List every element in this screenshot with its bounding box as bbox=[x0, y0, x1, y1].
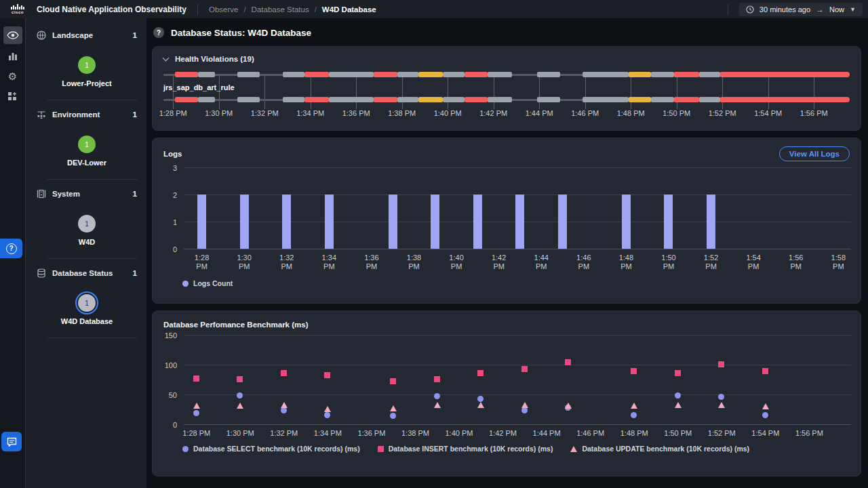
health-violations-timeline: jrs_sap_db_art_rule 1:28 PM1:30 PM1:32 P… bbox=[163, 72, 850, 119]
benchmark-point bbox=[434, 402, 441, 408]
benchmark-point bbox=[762, 412, 768, 418]
tree-section-label: Environment bbox=[52, 110, 100, 119]
arrow-right-icon: → bbox=[816, 5, 824, 14]
node-label: DEV-Lower bbox=[37, 159, 137, 167]
breadcrumb-current: W4D Database bbox=[322, 5, 376, 14]
rail-dashboards-button[interactable] bbox=[3, 87, 22, 105]
top-bar: cisco Cloud Native Application Observabi… bbox=[0, 0, 868, 18]
tree-header-system: System 1 bbox=[37, 189, 137, 199]
benchmark-point bbox=[762, 368, 768, 374]
chat-icon bbox=[7, 437, 17, 447]
rail-metrics-button[interactable] bbox=[3, 47, 22, 64]
benchmark-point bbox=[237, 392, 243, 399]
view-all-logs-button[interactable]: View All Logs bbox=[779, 146, 850, 161]
legend-label: Database UPDATE benchmark (10K records) … bbox=[582, 445, 749, 453]
page-header: ? Database Status: W4D Database bbox=[152, 18, 861, 46]
node-circle-selected[interactable]: 1 bbox=[78, 294, 96, 312]
benchmark-legend: Database SELECT benchmark (10K records) … bbox=[182, 445, 851, 453]
logs-bar bbox=[515, 195, 524, 249]
entity-tree-sidebar: Landscape 1 1 Lower-Project Environment … bbox=[25, 18, 146, 488]
legend-item-insert[interactable]: Database INSERT benchmark (10K records) … bbox=[378, 445, 553, 453]
tree-header-database-status: Database Status 1 bbox=[37, 268, 137, 278]
insert-marker-icon bbox=[378, 446, 384, 452]
update-marker-icon bbox=[570, 446, 577, 452]
help-button[interactable]: ? bbox=[0, 239, 22, 258]
tree-section-database-status: Database Status 1 1 W4D Database bbox=[26, 259, 146, 338]
tree-section-label: Landscape bbox=[52, 31, 93, 39]
logs-chart: 0123 bbox=[163, 168, 851, 249]
tree-header-landscape: Landscape 1 bbox=[37, 30, 137, 40]
benchmark-point bbox=[281, 402, 288, 408]
system-icon bbox=[37, 189, 46, 199]
benchmark-point bbox=[675, 392, 681, 399]
benchmark-title: Database Perfomance Benchmark (ms) bbox=[163, 321, 308, 329]
benchmark-point bbox=[718, 402, 725, 408]
rail-settings-button[interactable]: ⚙ bbox=[3, 67, 22, 85]
tree-section-label: Database Status bbox=[52, 269, 113, 277]
breadcrumb-observe[interactable]: Observe bbox=[209, 5, 238, 14]
benchmark-point bbox=[675, 370, 681, 376]
breadcrumb-database-status[interactable]: Database Status bbox=[252, 5, 309, 14]
benchmark-plot bbox=[184, 336, 851, 425]
page-title: Database Status: W4D Database bbox=[171, 28, 311, 38]
gear-icon: ⚙ bbox=[8, 71, 17, 81]
select-marker-icon bbox=[182, 446, 189, 452]
grid-plus-icon bbox=[8, 92, 17, 101]
benchmark-chart: 050100150 bbox=[163, 336, 851, 425]
benchmark-point bbox=[718, 394, 724, 400]
timeline-band-rule bbox=[163, 97, 850, 102]
legend-item-select[interactable]: Database SELECT benchmark (10K records) … bbox=[182, 445, 360, 453]
node-circle[interactable]: 1 bbox=[78, 215, 96, 232]
tree-section-landscape: Landscape 1 1 Lower-Project bbox=[26, 21, 146, 100]
left-rail: ⚙ ? bbox=[0, 18, 25, 488]
tree-divider bbox=[47, 338, 137, 338]
logs-x-axis: 1:28PM1:30PM1:32PM1:34PM1:36PM1:38PM1:40… bbox=[184, 253, 851, 274]
logs-bar bbox=[197, 195, 206, 249]
rail-observe-button[interactable] bbox=[3, 26, 22, 44]
health-violations-title: Health Violations (19) bbox=[175, 55, 254, 63]
benchmark-point bbox=[477, 402, 484, 408]
topbar-divider bbox=[197, 4, 198, 15]
node-circle[interactable]: 1 bbox=[78, 136, 96, 153]
breadcrumb-separator: / bbox=[315, 5, 317, 14]
benchmark-point bbox=[434, 376, 440, 382]
tree-section-label: System bbox=[52, 190, 80, 198]
health-violations-header[interactable]: Health Violations (19) bbox=[163, 55, 850, 63]
logs-bar bbox=[707, 195, 715, 249]
tree-section-count: 1 bbox=[133, 31, 137, 39]
benchmark-point bbox=[324, 372, 330, 378]
page-help-icon[interactable]: ? bbox=[153, 27, 164, 38]
logs-y-axis: 0123 bbox=[163, 168, 180, 249]
benchmark-point bbox=[237, 376, 243, 382]
breadcrumb-separator: / bbox=[243, 5, 245, 14]
legend-label: Database INSERT benchmark (10K records) … bbox=[389, 445, 553, 453]
time-range-from: 30 minutes ago bbox=[760, 5, 810, 14]
node-label: W4D bbox=[37, 238, 137, 246]
cisco-logo: cisco bbox=[11, 4, 24, 14]
timeline-band-overall bbox=[163, 72, 850, 77]
legend-label: Logs Count bbox=[193, 279, 233, 287]
benchmark-point bbox=[565, 403, 572, 409]
logs-bar bbox=[389, 195, 397, 249]
benchmark-point bbox=[193, 403, 200, 409]
chevron-down-icon[interactable]: ▼ bbox=[850, 6, 856, 13]
benchmark-point bbox=[281, 370, 287, 376]
benchmark-point bbox=[521, 366, 528, 372]
tree-header-environment: Environment 1 bbox=[37, 110, 137, 119]
tree-section-count: 1 bbox=[133, 269, 137, 277]
time-range-selector[interactable]: 30 minutes ago → Now ▼ bbox=[739, 3, 863, 16]
legend-item-logs-count[interactable]: Logs Count bbox=[182, 279, 233, 287]
tree-node-w4d: 1 W4D bbox=[37, 215, 137, 246]
feedback-button[interactable] bbox=[1, 432, 22, 451]
bar-chart-icon bbox=[8, 52, 18, 60]
legend-item-update[interactable]: Database UPDATE benchmark (10K records) … bbox=[570, 445, 749, 453]
benchmark-point bbox=[521, 407, 528, 413]
node-circle[interactable]: 1 bbox=[78, 56, 96, 74]
chevron-down-icon bbox=[163, 55, 170, 62]
eye-icon bbox=[7, 31, 19, 39]
timeline-ticks bbox=[163, 76, 850, 109]
logs-bar bbox=[325, 195, 334, 249]
product-title: Cloud Native Application Observability bbox=[37, 5, 186, 14]
benchmark-point bbox=[193, 375, 199, 382]
benchmark-point bbox=[477, 396, 484, 402]
